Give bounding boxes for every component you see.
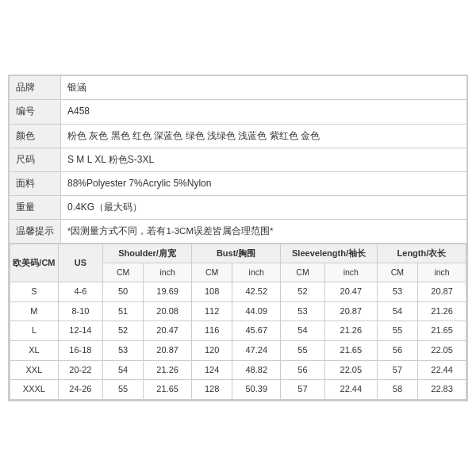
size-cell: 22.44 xyxy=(324,380,377,400)
size-cell: XL xyxy=(10,340,59,360)
size-cell: 12-14 xyxy=(58,321,102,341)
size-cell: M xyxy=(10,301,59,321)
size-cell: 120 xyxy=(192,340,232,360)
col-shoulder: Shoulder/肩宽 xyxy=(102,244,191,263)
code-row: 编号 A458 xyxy=(10,100,467,124)
size-cell: 54 xyxy=(281,321,325,341)
size-cell: 51 xyxy=(102,301,143,321)
size-cell: 56 xyxy=(281,360,325,380)
size-cell: 21.65 xyxy=(144,380,192,400)
warning-row: 温馨提示 *因测量方式不同，若有1-3CM误差皆属合理范围* xyxy=(10,220,467,243)
warning-value: *因测量方式不同，若有1-3CM误差皆属合理范围* xyxy=(61,220,467,243)
size-cell: 55 xyxy=(102,380,143,400)
size-cell: 54 xyxy=(377,301,417,321)
color-row: 颜色 粉色 灰色 黑色 红色 深蓝色 绿色 浅绿色 浅蓝色 紫红色 金色 xyxy=(10,124,467,148)
size-cell: 55 xyxy=(281,340,325,360)
size-cell: 21.26 xyxy=(324,321,377,341)
code-value: A458 xyxy=(61,100,467,124)
size-cell: 116 xyxy=(192,321,232,341)
size-cell: 53 xyxy=(102,340,143,360)
length-cm-header: CM xyxy=(377,263,417,282)
color-label: 颜色 xyxy=(10,124,61,148)
warning-label: 温馨提示 xyxy=(10,220,61,243)
col-length: Length/衣长 xyxy=(377,244,466,263)
size-cell: 20.87 xyxy=(418,282,466,302)
size-table-body: S4-65019.6910842.525220.475320.87M8-1051… xyxy=(10,282,466,400)
size-cell: 21.65 xyxy=(324,340,377,360)
size-chart-row: 欧美码/CM US Shoulder/肩宽 Bust/胸围 Sleeveleng… xyxy=(10,243,467,400)
length-inch-header: inch xyxy=(418,263,466,282)
size-header-row1: 欧美码/CM US Shoulder/肩宽 Bust/胸围 Sleeveleng… xyxy=(10,244,466,263)
shoulder-inch-header: inch xyxy=(144,263,192,282)
size-cell: 44.09 xyxy=(232,301,281,321)
weight-value: 0.4KG（最大码） xyxy=(61,196,467,220)
size-cell: 52 xyxy=(281,282,325,302)
size-cell: 20.87 xyxy=(144,340,192,360)
size-cell: 54 xyxy=(102,360,143,380)
brand-row: 品牌 银涵 xyxy=(10,76,467,100)
material-label: 面料 xyxy=(10,172,61,196)
size-cell: 108 xyxy=(192,282,232,302)
material-row: 面料 88%Polyester 7%Acrylic 5%Nylon xyxy=(10,172,467,196)
sleeve-inch-header: inch xyxy=(324,263,377,282)
size-cell: 55 xyxy=(377,321,417,341)
size-cell: 21.26 xyxy=(418,301,466,321)
size-cell: 48.82 xyxy=(232,360,281,380)
size-cell: 57 xyxy=(377,360,417,380)
size-cell: 124 xyxy=(192,360,232,380)
size-cell: 58 xyxy=(377,380,417,400)
size-cell: 20-22 xyxy=(58,360,102,380)
size-cell: 22.83 xyxy=(418,380,466,400)
size-cell: 20.47 xyxy=(324,282,377,302)
size-chart-cell: 欧美码/CM US Shoulder/肩宽 Bust/胸围 Sleeveleng… xyxy=(10,243,467,400)
size-cell: 42.52 xyxy=(232,282,281,302)
weight-row: 重量 0.4KG（最大码） xyxy=(10,196,467,220)
col-us: US xyxy=(58,244,102,282)
color-value: 粉色 灰色 黑色 红色 深蓝色 绿色 浅绿色 浅蓝色 紫红色 金色 xyxy=(61,124,467,148)
size-row: L12-145220.4711645.675421.265521.65 xyxy=(10,321,466,341)
brand-label: 品牌 xyxy=(10,76,61,100)
size-cell: 22.44 xyxy=(418,360,466,380)
size-cell: 52 xyxy=(102,321,143,341)
size-cell: 53 xyxy=(377,282,417,302)
size-row: XL16-185320.8712047.245521.655622.05 xyxy=(10,340,466,360)
info-table: 品牌 银涵 编号 A458 颜色 粉色 灰色 黑色 红色 深蓝色 绿色 浅绿色 … xyxy=(9,75,467,400)
size-cell: 112 xyxy=(192,301,232,321)
size-row: M8-105120.0811244.095320.875421.26 xyxy=(10,301,466,321)
size-cell: S xyxy=(10,282,59,302)
size-cell: 20.47 xyxy=(144,321,192,341)
size-cell: 128 xyxy=(192,380,232,400)
size-row: XXL20-225421.2612448.825622.055722.44 xyxy=(10,360,466,380)
size-chart-table: 欧美码/CM US Shoulder/肩宽 Bust/胸围 Sleeveleng… xyxy=(10,244,466,400)
size-cell: 20.87 xyxy=(324,301,377,321)
code-label: 编号 xyxy=(10,100,61,124)
size-row: 尺码 S M L XL 粉色S-3XL xyxy=(10,148,467,171)
col-size: 欧美码/CM xyxy=(10,244,59,282)
size-cell: 24-26 xyxy=(58,380,102,400)
size-cell: 16-18 xyxy=(58,340,102,360)
size-cell: 47.24 xyxy=(232,340,281,360)
sleeve-cm-header: CM xyxy=(281,263,325,282)
size-cell: 22.05 xyxy=(418,340,466,360)
size-row: XXXL24-265521.6512850.395722.445822.83 xyxy=(10,380,466,400)
size-cell: 8-10 xyxy=(58,301,102,321)
size-cell: 50 xyxy=(102,282,143,302)
size-row: S4-65019.6910842.525220.475320.87 xyxy=(10,282,466,302)
size-cell: 53 xyxy=(281,301,325,321)
shoulder-cm-header: CM xyxy=(102,263,143,282)
brand-value: 银涵 xyxy=(61,76,467,100)
material-value: 88%Polyester 7%Acrylic 5%Nylon xyxy=(61,172,467,196)
size-cell: XXXL xyxy=(10,380,59,400)
size-label: 尺码 xyxy=(10,148,61,171)
product-info-container: 品牌 银涵 编号 A458 颜色 粉色 灰色 黑色 红色 深蓝色 绿色 浅绿色 … xyxy=(8,75,468,401)
bust-cm-header: CM xyxy=(192,263,232,282)
size-cell: 21.65 xyxy=(418,321,466,341)
size-cell: 4-6 xyxy=(58,282,102,302)
size-value: S M L XL 粉色S-3XL xyxy=(61,148,467,171)
size-cell: 19.69 xyxy=(144,282,192,302)
col-sleeve: Sleevelength/袖长 xyxy=(281,244,378,263)
size-cell: L xyxy=(10,321,59,341)
size-cell: 57 xyxy=(281,380,325,400)
size-cell: 22.05 xyxy=(324,360,377,380)
size-cell: 21.26 xyxy=(144,360,192,380)
